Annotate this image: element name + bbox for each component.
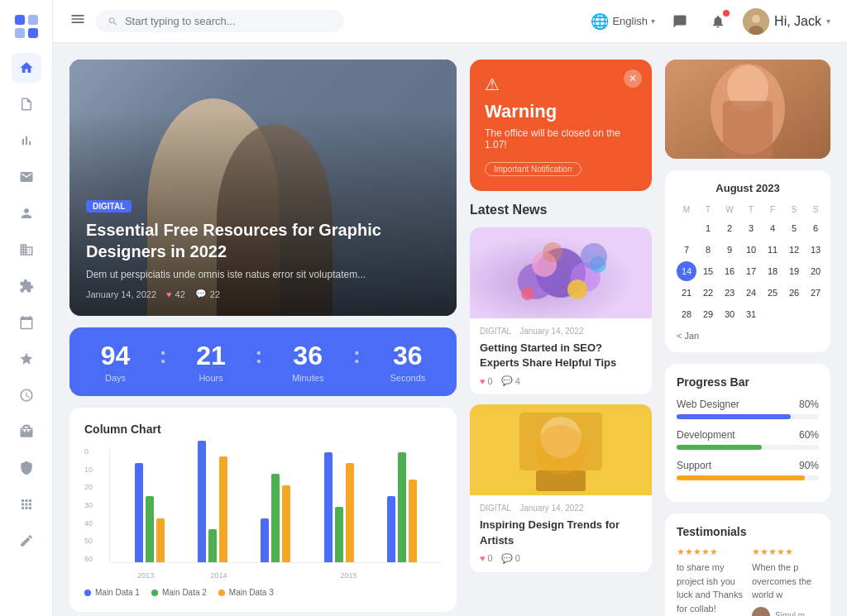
sidebar-item-building[interactable]	[12, 235, 41, 265]
news-body-2: DIGITAL January 14, 2022 Inspiring Desig…	[470, 495, 652, 571]
cal-day-name-sa: S	[784, 203, 804, 217]
chart-group-1	[135, 463, 165, 562]
cal-day-21[interactable]: 21	[677, 283, 696, 303]
cal-day-27[interactable]: 27	[806, 283, 825, 303]
menu-button[interactable]	[69, 11, 86, 31]
sidebar-item-pen[interactable]	[12, 526, 41, 556]
progress-label-1: Web Designer 80%	[677, 399, 819, 410]
cal-day-25[interactable]: 25	[763, 283, 782, 303]
chart-group-3	[261, 474, 290, 562]
cal-day-6[interactable]: 6	[806, 218, 825, 238]
cal-day-7[interactable]: 7	[677, 240, 696, 260]
cal-day-13[interactable]: 13	[806, 240, 825, 260]
svg-point-5	[752, 15, 760, 23]
svg-point-15	[581, 243, 607, 270]
cal-day-31[interactable]: 31	[741, 304, 761, 324]
chart-group-5	[387, 452, 417, 562]
news-headline-1[interactable]: Getting Started in SEO? Experts Share He…	[480, 341, 642, 370]
calendar-header: August 2023	[677, 182, 819, 194]
news-category-1: DIGITAL	[480, 327, 511, 336]
cal-day-4[interactable]: 4	[763, 218, 782, 238]
bar	[261, 518, 269, 562]
sidebar	[0, 0, 53, 616]
bar	[146, 496, 154, 562]
bar	[387, 496, 395, 562]
cal-day-16[interactable]: 16	[720, 261, 739, 281]
countdown-sep-1: :	[160, 342, 167, 369]
countdown-minutes-label: Minutes	[292, 373, 324, 383]
bar	[398, 452, 406, 562]
cal-day-12[interactable]: 12	[784, 240, 804, 260]
cal-day-23[interactable]: 23	[720, 283, 739, 303]
sidebar-item-calendar[interactable]	[12, 308, 41, 337]
progress-label-2: Development 60%	[677, 429, 819, 441]
progress-bar-bg-1	[677, 414, 819, 419]
legend-label-2: Main Data 2	[162, 588, 207, 597]
news-reactions-2: ♥ 0 💬 0	[480, 553, 642, 564]
warning-close-button[interactable]: ✕	[624, 69, 642, 88]
cal-day-8[interactable]: 8	[698, 240, 718, 260]
news-comments-1: 💬 4	[501, 375, 520, 386]
cal-day-name-w: W	[720, 203, 739, 217]
progress-item-2: Development 60%	[677, 429, 819, 450]
hero-likes: 42	[175, 289, 185, 299]
chart-y-labels: 60 50 40 30 20 10 0	[84, 447, 93, 563]
bar	[208, 529, 217, 562]
cal-day-name-th: T	[741, 203, 761, 217]
cal-day-17[interactable]: 17	[741, 261, 761, 281]
cal-day-20[interactable]: 20	[806, 261, 825, 281]
sidebar-item-user[interactable]	[12, 198, 41, 228]
sidebar-item-chart[interactable]	[12, 126, 41, 155]
news-headline-2[interactable]: Inspiring Design Trends for Artists	[480, 518, 642, 547]
progress-item-1: Web Designer 80%	[677, 399, 819, 419]
cal-day-1[interactable]: 1	[698, 218, 718, 238]
sidebar-item-home[interactable]	[12, 53, 41, 83]
cal-day-15[interactable]: 15	[698, 261, 718, 281]
user-menu[interactable]: Hi, Jack ▾	[743, 8, 830, 35]
notification-button[interactable]	[705, 8, 731, 35]
cal-day-22[interactable]: 22	[698, 283, 718, 303]
cal-day-30[interactable]: 30	[720, 304, 739, 324]
cal-day-9[interactable]: 9	[720, 240, 739, 260]
sidebar-item-grid[interactable]	[12, 489, 41, 519]
sidebar-item-document[interactable]	[12, 89, 41, 119]
sidebar-item-briefcase[interactable]	[12, 417, 41, 446]
language-selector[interactable]: 🌐 English ▾	[591, 12, 655, 31]
svg-point-14	[521, 287, 534, 300]
progress-label-3: Support 90%	[677, 460, 819, 471]
news-comments-2: 💬 0	[501, 553, 520, 564]
cal-day-26[interactable]: 26	[784, 283, 804, 303]
cal-day-18[interactable]: 18	[763, 261, 782, 281]
cal-day-2[interactable]: 2	[720, 218, 739, 238]
sidebar-item-puzzle[interactable]	[12, 271, 41, 301]
cal-day-11[interactable]: 11	[763, 240, 782, 260]
bar	[219, 456, 227, 562]
bar	[282, 485, 290, 562]
chart-title: Column Chart	[84, 423, 442, 436]
legend-dot-3	[218, 590, 225, 596]
cal-day-24[interactable]: 24	[741, 283, 761, 303]
left-column: DIGITAL Essential Free Resources for Gra…	[69, 60, 457, 616]
chat-button[interactable]	[667, 8, 693, 35]
cal-day-10[interactable]: 10	[741, 240, 761, 260]
cal-day-3[interactable]: 3	[741, 218, 761, 238]
countdown-days-label: Days	[101, 373, 131, 383]
svg-rect-2	[15, 28, 25, 38]
news-body-1: DIGITAL January 14, 2022 Getting Started…	[470, 318, 652, 394]
cal-day-28[interactable]: 28	[677, 304, 696, 324]
sidebar-item-shield[interactable]	[12, 453, 41, 483]
search-input[interactable]	[125, 15, 333, 27]
cal-day-19[interactable]: 19	[784, 261, 804, 281]
sidebar-item-clock[interactable]	[12, 380, 41, 410]
cal-day-14[interactable]: 14	[677, 261, 696, 281]
warning-icon: ⚠	[485, 74, 637, 94]
cal-day-29[interactable]: 29	[698, 304, 718, 324]
cal-day-5[interactable]: 5	[784, 218, 804, 238]
warning-title: Warning	[485, 101, 637, 122]
svg-rect-26	[723, 101, 773, 159]
calendar-prev-button[interactable]: < Jan	[677, 331, 699, 341]
sidebar-item-star[interactable]	[12, 344, 41, 374]
sidebar-item-mail[interactable]	[12, 162, 41, 192]
news-meta-1: DIGITAL January 14, 2022	[480, 327, 642, 336]
search-box	[96, 10, 344, 32]
